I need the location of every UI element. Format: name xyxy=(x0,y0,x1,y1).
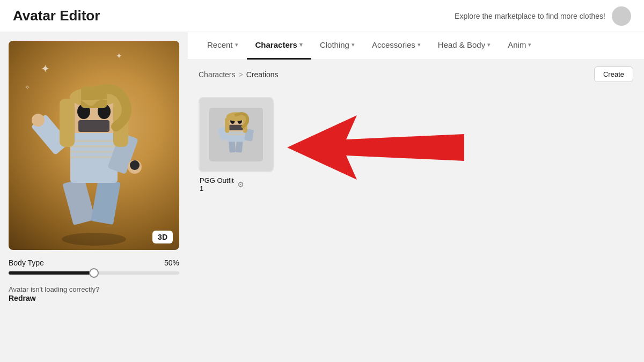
breadcrumb-root[interactable]: Characters xyxy=(199,70,235,79)
tabs-bar: Recent ▾ Characters ▾ Clothing ▾ Accesso… xyxy=(188,32,644,60)
content-area: PGG Outfit1 ⚙ xyxy=(188,88,644,362)
clothing-chevron-icon: ▾ xyxy=(352,41,355,48)
breadcrumb-current: Creations xyxy=(246,70,279,79)
marketplace-text: Explore the marketplace to find more clo… xyxy=(455,12,605,20)
tab-head-body-label: Head & Body xyxy=(438,40,485,49)
create-button[interactable]: Create xyxy=(594,67,633,82)
right-panel: Recent ▾ Characters ▾ Clothing ▾ Accesso… xyxy=(188,32,644,362)
outfit-detail xyxy=(70,151,118,153)
tab-head-body[interactable]: Head & Body ▾ xyxy=(429,32,499,60)
3d-badge[interactable]: 3D xyxy=(152,231,173,243)
character-svg xyxy=(9,41,179,250)
body-type-row: Body Type 50% xyxy=(9,258,179,267)
left-hand xyxy=(32,114,45,127)
outfit-thumbnail-svg xyxy=(209,108,263,161)
body-type-value: 50% xyxy=(164,258,179,267)
redraw-button[interactable]: Redraw xyxy=(9,294,36,302)
held-item xyxy=(130,160,140,170)
tab-accessories-label: Accessories xyxy=(372,40,415,49)
breadcrumb-row: Characters > Creations Create xyxy=(188,60,644,88)
breadcrumb: Characters > Creations xyxy=(199,70,279,79)
outfit-detail xyxy=(70,156,118,158)
tab-animations-label: Anim xyxy=(508,40,526,49)
outfit-card[interactable]: PGG Outfit1 ⚙ xyxy=(199,97,274,193)
hair-left xyxy=(60,99,75,147)
right-leg xyxy=(91,179,120,225)
main-layout: ✦ ✦ ✧ xyxy=(0,32,644,362)
header-right: Explore the marketplace to find more clo… xyxy=(455,6,631,26)
svg-rect-12 xyxy=(229,125,244,130)
tab-characters[interactable]: Characters ▾ xyxy=(247,32,311,60)
svg-rect-4 xyxy=(227,131,245,132)
face-mask xyxy=(78,120,109,132)
outfit-detail xyxy=(70,140,118,142)
left-panel: ✦ ✦ ✧ xyxy=(0,32,188,362)
body-type-slider[interactable] xyxy=(9,271,179,275)
outfit-name-row: PGG Outfit1 ⚙ xyxy=(199,176,274,193)
tab-characters-label: Characters xyxy=(255,40,297,49)
outfit-grid: PGG Outfit1 ⚙ xyxy=(199,97,633,193)
animations-chevron-icon: ▾ xyxy=(528,41,531,48)
characters-chevron-icon: ▾ xyxy=(299,41,303,48)
tab-clothing[interactable]: Clothing ▾ xyxy=(311,32,363,60)
head-body-chevron-icon: ▾ xyxy=(487,41,491,48)
gear-icon[interactable]: ⚙ xyxy=(237,180,244,189)
shadow xyxy=(62,233,126,246)
outfit-name: PGG Outfit1 xyxy=(200,176,234,193)
tab-clothing-label: Clothing xyxy=(320,40,349,49)
recent-chevron-icon: ▾ xyxy=(235,41,238,48)
svg-rect-5 xyxy=(227,134,245,135)
avatar[interactable] xyxy=(612,6,631,26)
tab-accessories[interactable]: Accessories ▾ xyxy=(363,32,429,60)
avatar-scene: ✦ ✦ ✧ xyxy=(9,41,179,250)
tab-recent[interactable]: Recent ▾ xyxy=(199,32,247,60)
breadcrumb-separator: > xyxy=(238,70,243,79)
left-leg xyxy=(62,178,95,225)
outfit-detail xyxy=(70,145,118,147)
svg-rect-14 xyxy=(225,117,229,132)
avatar-error-section: Avatar isn't loading correctly? Redraw xyxy=(9,283,179,303)
outfit-thumbnail[interactable] xyxy=(199,97,274,172)
body-type-label: Body Type xyxy=(9,258,44,267)
app-header: Avatar Editor Explore the marketplace to… xyxy=(0,0,644,32)
body-type-section: Body Type 50% xyxy=(9,256,179,277)
avatar-preview: ✦ ✦ ✧ xyxy=(9,41,179,250)
accessories-chevron-icon: ▾ xyxy=(418,41,421,48)
slider-thumb[interactable] xyxy=(89,268,99,278)
tab-animations[interactable]: Anim ▾ xyxy=(499,32,540,60)
slider-fill xyxy=(9,271,94,275)
avatar-error-text: Avatar isn't loading correctly? xyxy=(9,285,179,293)
tab-recent-label: Recent xyxy=(207,40,233,49)
page-title: Avatar Editor xyxy=(13,8,100,24)
